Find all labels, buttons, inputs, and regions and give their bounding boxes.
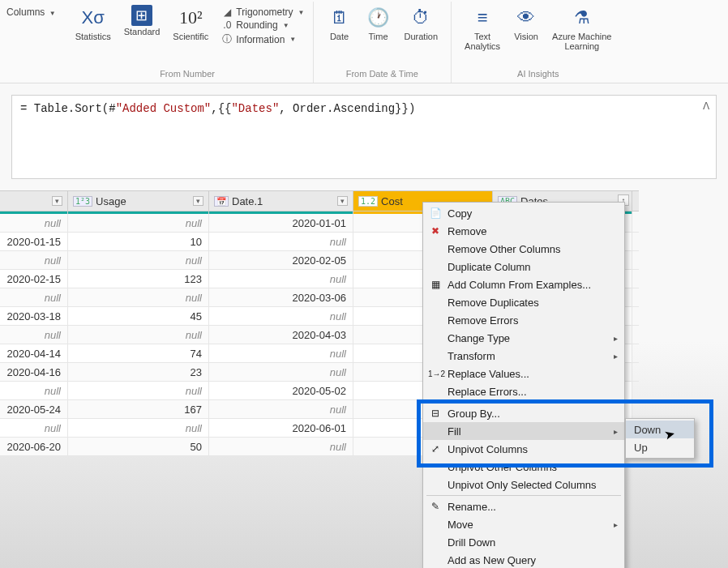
trig-label: Trigonometry [236,6,293,18]
fill-submenu: Down Up [625,418,695,459]
ctx-copy[interactable]: 📄Copy [423,204,624,222]
ctx-add-query[interactable]: Add as New Query [423,551,624,568]
ctx-duplicate[interactable]: Duplicate Column [423,258,624,275]
ctx-replace-values[interactable]: 1→2Replace Values... [423,365,624,382]
cell[interactable]: 2020-06-20 [0,438,68,455]
ctx-replace-errors[interactable]: Replace Errors... [423,382,624,400]
cell[interactable]: null [0,326,68,344]
cell[interactable]: null [0,382,68,399]
cell[interactable]: 2020-02-05 [209,251,353,269]
cell[interactable]: null [0,214,68,232]
time-button[interactable]: 🕐 Time [361,3,396,43]
column-header-0[interactable]: ▾ [0,191,68,211]
cell[interactable]: null [68,419,209,437]
ctx-change-type[interactable]: Change Type▸ [423,329,624,347]
scientific-button[interactable]: 10² Scientific [168,3,213,43]
fill-down[interactable]: Down [626,421,694,438]
cell[interactable]: 50 [68,438,209,455]
trigonometry-button[interactable]: ◢ Trigonometry ▼ [221,6,304,18]
text-analytics-label: Text Analytics [465,32,500,51]
filter-icon[interactable]: ▾ [337,196,348,206]
cell[interactable]: 2020-04-03 [209,326,353,344]
fill-up[interactable]: Up [626,438,694,456]
ctx-remove-dupes[interactable]: Remove Duplicates [423,293,624,311]
ctx-add-examples[interactable]: ▦Add Column From Examples... [423,275,624,293]
collapse-icon[interactable]: ᐱ [703,100,709,113]
cell[interactable]: 2020-01-15 [0,233,68,250]
cell[interactable]: null [209,438,353,455]
duration-button[interactable]: ⏱ Duration [400,3,443,43]
ctx-rename[interactable]: ✎Rename... [423,498,624,515]
cell[interactable]: 2020-05-24 [0,400,68,418]
cell[interactable]: 2020-05-02 [209,382,353,399]
cell[interactable]: null [0,419,68,437]
ctx-remove-errors[interactable]: Remove Errors [423,311,624,329]
columns-button[interactable]: Columns ▼ [0,2,62,28]
cell[interactable]: null [68,382,209,399]
columns-label: Columns [6,6,45,18]
chevron-down-icon: ▼ [298,9,305,16]
ctx-drill[interactable]: Drill Down [423,533,624,551]
filter-icon[interactable]: ▾ [193,196,203,206]
context-menu: 📄Copy ✖Remove Remove Other Columns Dupli… [422,202,625,568]
separator [426,495,621,496]
cell[interactable]: 123 [68,270,209,288]
rounding-button[interactable]: .0 Rounding ▼ [221,19,304,31]
cell[interactable]: null [209,270,353,288]
cell[interactable]: 167 [68,400,209,418]
cell[interactable]: 2020-01-01 [209,214,353,232]
ctx-unpivot-selected[interactable]: Unpivot Only Selected Columns [423,476,624,493]
cell[interactable]: null [209,363,353,381]
calculator-icon: ⊞ [131,5,152,26]
ctx-group-by[interactable]: ⊟Group By... [423,404,624,422]
cell[interactable]: 2020-04-16 [0,363,68,381]
cell[interactable]: 2020-03-06 [209,288,353,306]
filter-icon[interactable]: ▾ [52,196,62,206]
vision-button[interactable]: 👁 Vision [508,3,544,43]
chevron-down-icon: ▼ [49,10,56,17]
column-header-usage[interactable]: 1²3 Usage ▾ [68,191,209,211]
date-button[interactable]: 🗓 Date [322,3,358,43]
cell[interactable]: 2020-06-01 [209,419,353,437]
ctx-unpivot-other[interactable]: Unpivot Other Columns [423,458,624,476]
cell[interactable]: null [68,214,209,232]
column-header-date1[interactable]: 📅 Date.1 ▾ [209,191,353,211]
information-button[interactable]: ⓘ Information ▼ [221,32,304,46]
cell[interactable]: 2020-04-14 [0,344,68,362]
col1-name: Usage [96,195,193,207]
group-number-label: From Number [160,66,215,83]
statistics-button[interactable]: Χσ Statistics [71,3,116,43]
statistics-label: Statistics [75,32,111,41]
cell[interactable]: 45 [68,307,209,325]
azure-ml-button[interactable]: ⚗ Azure Machine Learning [547,3,616,53]
cell[interactable]: 74 [68,344,209,362]
cell[interactable]: null [0,288,68,306]
text-analytics-button[interactable]: ≡ Text Analytics [460,3,505,53]
cell[interactable]: null [68,326,209,344]
ctx-fill[interactable]: Fill▸ [423,422,624,440]
formula-mid: ,{{ [211,102,231,115]
cell[interactable]: null [209,400,353,418]
ctx-remove-other[interactable]: Remove Other Columns [423,240,624,258]
table-icon: ▦ [428,279,443,290]
cell[interactable]: 2020-02-15 [0,270,68,288]
number-type-icon: 1²3 [73,196,92,207]
ctx-remove[interactable]: ✖Remove [423,222,624,240]
cell[interactable]: 10 [68,233,209,250]
cell[interactable]: null [209,233,353,250]
formula-bar[interactable]: = Table.Sort(#"Added Custom",{{"Dates", … [11,95,717,179]
cell[interactable]: null [209,344,353,362]
cell[interactable]: null [0,251,68,269]
cell[interactable]: null [209,307,353,325]
cell[interactable]: 23 [68,363,209,381]
ctx-transform[interactable]: Transform▸ [423,347,624,365]
ribbon: Columns ▼ Χσ Statistics ⊞ Standard 10² S… [0,0,728,83]
ctx-unpivot[interactable]: ⤢Unpivot Columns [423,440,624,458]
cell[interactable]: null [68,288,209,306]
azure-ml-label: Azure Machine Learning [552,32,611,51]
round-icon: .0 [221,19,233,31]
ctx-move[interactable]: Move▸ [423,515,624,533]
cell[interactable]: 2020-03-18 [0,307,68,325]
cell[interactable]: null [68,251,209,269]
standard-button[interactable]: ⊞ Standard [119,3,165,38]
